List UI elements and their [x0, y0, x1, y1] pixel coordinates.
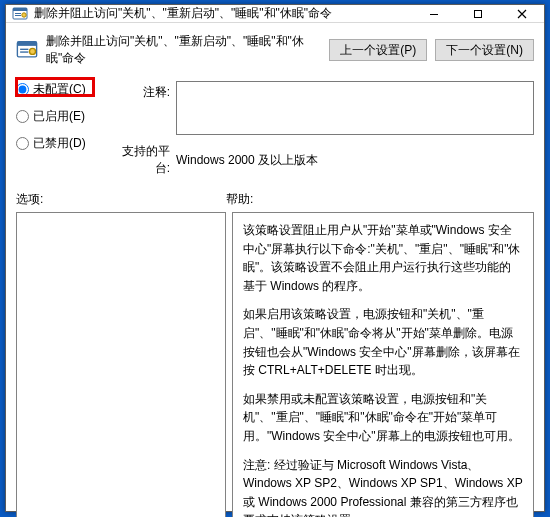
svg-rect-5	[430, 14, 438, 15]
supported-row: 支持的平台: Windows 2000 及以上版本	[110, 143, 534, 177]
svg-rect-9	[20, 49, 28, 50]
close-button[interactable]	[500, 5, 544, 22]
window-controls	[412, 5, 544, 22]
help-paragraph: 如果启用该策略设置，电源按钮和"关机"、"重启"、"睡眠"和"休眠"命令将从"开…	[243, 305, 523, 379]
supported-label: 支持的平台:	[110, 143, 170, 177]
maximize-button[interactable]	[456, 5, 500, 22]
state-radio-group: 未配置(C) 已启用(E) 已禁用(D)	[16, 81, 102, 177]
comment-row: 注释:	[110, 81, 534, 135]
config-area: 未配置(C) 已启用(E) 已禁用(D) 注释: 支持的平台:	[16, 75, 534, 183]
help-label: 帮助:	[226, 191, 534, 208]
help-panel: 该策略设置阻止用户从"开始"菜单或"Windows 安全中心"屏幕执行以下命令:…	[232, 212, 534, 517]
radio-enabled[interactable]: 已启用(E)	[16, 108, 102, 125]
help-paragraph: 注意: 经过验证与 Microsoft Windows Vista、Window…	[243, 456, 523, 517]
radio-disabled-input[interactable]	[16, 137, 29, 150]
dialog-content: 删除并阻止访问"关机"、"重新启动"、"睡眠"和"休眠"命令 上一个设置(P) …	[6, 23, 544, 517]
svg-rect-6	[475, 10, 482, 17]
radio-label: 已禁用(D)	[33, 135, 86, 152]
previous-setting-button[interactable]: 上一个设置(P)	[329, 39, 427, 61]
svg-rect-2	[15, 13, 21, 14]
options-panel	[16, 212, 226, 517]
radio-label: 未配置(C)	[33, 81, 86, 98]
svg-rect-8	[17, 42, 36, 46]
svg-point-4	[22, 12, 26, 16]
radio-disabled[interactable]: 已禁用(D)	[16, 135, 102, 152]
header-row: 删除并阻止访问"关机"、"重新启动"、"睡眠"和"休眠"命令 上一个设置(P) …	[16, 29, 534, 75]
comment-textarea[interactable]	[176, 81, 534, 135]
radio-not-configured[interactable]: 未配置(C)	[16, 81, 102, 98]
radio-enabled-input[interactable]	[16, 110, 29, 123]
svg-rect-10	[20, 51, 28, 52]
comment-label: 注释:	[110, 81, 170, 101]
radio-label: 已启用(E)	[33, 108, 85, 125]
help-paragraph: 该策略设置阻止用户从"开始"菜单或"Windows 安全中心"屏幕执行以下命令:…	[243, 221, 523, 295]
body-split: 该策略设置阻止用户从"开始"菜单或"Windows 安全中心"屏幕执行以下命令:…	[16, 212, 534, 517]
supported-value: Windows 2000 及以上版本	[176, 152, 318, 169]
help-paragraph: 如果禁用或未配置该策略设置，电源按钮和"关机"、"重启"、"睡眠"和"休眠"命令…	[243, 390, 523, 446]
radio-not-configured-input[interactable]	[16, 83, 29, 96]
window-title: 删除并阻止访问"关机"、"重新启动"、"睡眠"和"休眠"命令	[34, 5, 412, 22]
svg-point-11	[29, 48, 35, 54]
policy-title: 删除并阻止访问"关机"、"重新启动"、"睡眠"和"休眠"命令	[46, 33, 321, 67]
policy-icon	[12, 6, 28, 22]
next-setting-button[interactable]: 下一个设置(N)	[435, 39, 534, 61]
dialog-window: 删除并阻止访问"关机"、"重新启动"、"睡眠"和"休眠"命令	[5, 4, 545, 512]
svg-rect-1	[13, 8, 27, 11]
section-labels: 选项: 帮助:	[16, 183, 534, 212]
right-column: 注释: 支持的平台: Windows 2000 及以上版本	[110, 81, 534, 177]
titlebar: 删除并阻止访问"关机"、"重新启动"、"睡眠"和"休眠"命令	[6, 5, 544, 23]
options-label: 选项:	[16, 191, 226, 208]
minimize-button[interactable]	[412, 5, 456, 22]
policy-icon	[16, 39, 38, 61]
svg-rect-3	[15, 15, 21, 16]
